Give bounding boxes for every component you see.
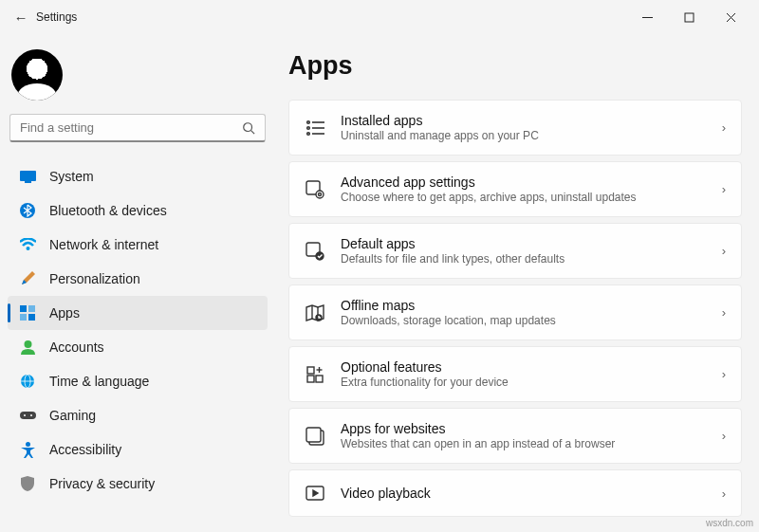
sidebar-item-label: Bluetooth & devices	[49, 203, 167, 218]
accessibility-icon	[19, 441, 36, 458]
sidebar-item-time-language[interactable]: Time & language	[8, 364, 268, 398]
sidebar-item-label: Apps	[49, 305, 80, 321]
card-text: Offline maps Downloads, storage location…	[341, 298, 707, 327]
app-check-icon	[305, 241, 325, 262]
card-default-apps[interactable]: Default apps Defaults for file and link …	[288, 223, 742, 279]
card-subtitle: Extra functionality for your device	[341, 376, 707, 389]
card-subtitle: Defaults for file and link types, other …	[341, 252, 707, 266]
search-box[interactable]	[9, 114, 266, 142]
svg-point-22	[307, 120, 310, 123]
search-input[interactable]	[20, 120, 242, 135]
svg-rect-1	[685, 13, 694, 22]
globe-clock-icon	[19, 373, 36, 390]
card-apps-for-websites[interactable]: Apps for websites Websites that can open…	[288, 408, 742, 464]
svg-rect-11	[28, 305, 35, 312]
svg-rect-10	[20, 305, 27, 312]
card-text: Advanced app settings Choose where to ge…	[341, 174, 707, 204]
card-title: Installed apps	[341, 113, 707, 128]
sidebar-item-personalization[interactable]: Personalization	[8, 262, 268, 296]
chevron-right-icon: ›	[722, 182, 726, 196]
grid-plus-icon	[305, 364, 325, 385]
sidebar-item-gaming[interactable]: Gaming	[8, 398, 268, 432]
svg-point-24	[307, 126, 310, 129]
close-button[interactable]	[710, 3, 751, 31]
sidebar-item-network[interactable]: Network & internet	[8, 228, 268, 262]
sidebar-item-apps[interactable]: Apps	[8, 296, 268, 330]
window-title: Settings	[36, 10, 77, 24]
display-icon	[19, 168, 36, 185]
svg-point-14	[24, 340, 31, 348]
chevron-right-icon: ›	[722, 429, 726, 443]
card-advanced-app-settings[interactable]: Advanced app settings Choose where to ge…	[288, 161, 742, 217]
sidebar-item-privacy[interactable]: Privacy & security	[8, 467, 268, 501]
sidebar-item-label: Accounts	[49, 339, 104, 355]
card-video-playback[interactable]: Video playback ›	[288, 469, 742, 517]
card-subtitle: Choose where to get apps, archive apps, …	[341, 191, 707, 204]
svg-line-5	[251, 130, 255, 134]
sidebar-item-bluetooth[interactable]: Bluetooth & devices	[8, 193, 268, 228]
wifi-icon	[19, 236, 36, 253]
svg-rect-13	[28, 314, 35, 321]
apps-icon	[19, 304, 36, 321]
svg-point-26	[307, 132, 310, 135]
svg-point-32	[316, 252, 324, 260]
page-title: Apps	[288, 51, 742, 81]
card-text: Video playback	[341, 486, 707, 501]
chevron-right-icon: ›	[722, 486, 726, 501]
minimize-button[interactable]	[626, 3, 668, 31]
maximize-button[interactable]	[668, 3, 710, 31]
card-title: Advanced app settings	[341, 174, 707, 190]
sidebar-item-label: Time & language	[49, 374, 149, 389]
sidebar-item-accounts[interactable]: Accounts	[8, 330, 268, 364]
bluetooth-icon	[19, 202, 36, 219]
titlebar: ← Settings	[0, 0, 759, 34]
main-content: Apps Installed apps Uninstall and manage…	[275, 34, 759, 532]
card-title: Apps for websites	[341, 421, 707, 436]
svg-point-20	[30, 414, 32, 416]
card-optional-features[interactable]: Optional features Extra functionality fo…	[288, 346, 742, 402]
sidebar-item-label: Personalization	[49, 271, 140, 286]
sidebar-item-label: Gaming	[49, 408, 96, 423]
svg-rect-38	[307, 376, 314, 382]
card-text: Installed apps Uninstall and manage apps…	[341, 113, 707, 142]
list-icon	[305, 118, 325, 138]
video-icon	[305, 483, 325, 504]
svg-point-4	[244, 122, 252, 131]
svg-rect-12	[20, 314, 27, 321]
svg-rect-36	[307, 367, 314, 374]
svg-rect-42	[306, 428, 321, 442]
chevron-right-icon: ›	[722, 244, 726, 258]
person-icon	[19, 339, 36, 356]
sidebar-item-label: Privacy & security	[49, 476, 155, 491]
card-installed-apps[interactable]: Installed apps Uninstall and manage apps…	[288, 100, 742, 156]
svg-rect-6	[20, 171, 36, 181]
svg-point-21	[26, 442, 30, 447]
card-title: Offline maps	[341, 298, 707, 313]
brush-icon	[19, 270, 36, 287]
sidebar: System Bluetooth & devices Network & int…	[0, 34, 275, 532]
sidebar-item-system[interactable]: System	[8, 159, 268, 193]
svg-rect-37	[316, 376, 323, 382]
card-subtitle: Downloads, storage location, map updates	[341, 314, 707, 327]
card-subtitle: Websites that can open in an app instead…	[341, 437, 707, 450]
windows-app-icon	[305, 426, 325, 447]
svg-point-19	[24, 414, 26, 416]
card-text: Apps for websites Websites that can open…	[341, 421, 707, 450]
card-title: Video playback	[341, 486, 707, 501]
search-icon	[242, 121, 255, 135]
card-text: Optional features Extra functionality fo…	[341, 359, 707, 389]
card-title: Optional features	[341, 359, 707, 375]
svg-rect-7	[25, 181, 31, 183]
card-text: Default apps Defaults for file and link …	[341, 236, 707, 266]
shield-icon	[19, 475, 36, 492]
gaming-icon	[19, 407, 36, 424]
watermark: wsxdn.com	[706, 518, 753, 528]
card-subtitle: Uninstall and manage apps on your PC	[341, 129, 707, 142]
back-button[interactable]: ←	[8, 9, 34, 26]
card-offline-maps[interactable]: Offline maps Downloads, storage location…	[288, 284, 742, 340]
chevron-right-icon: ›	[722, 367, 726, 381]
avatar[interactable]	[11, 49, 63, 101]
svg-rect-18	[20, 412, 36, 419]
sidebar-item-accessibility[interactable]: Accessibility	[8, 432, 268, 467]
chevron-right-icon: ›	[722, 120, 726, 135]
